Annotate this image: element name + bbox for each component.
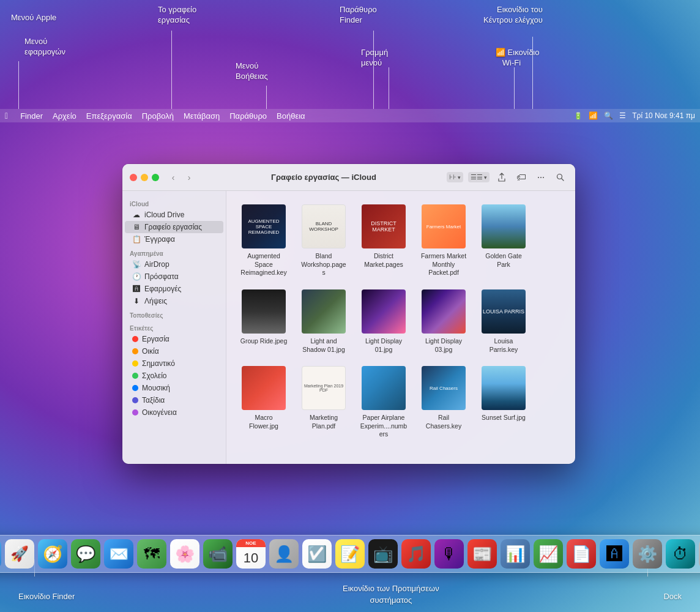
dock-photos[interactable]: 🌸	[170, 539, 199, 569]
dock-podcasts[interactable]: 🎙	[434, 539, 464, 569]
sidebar-section-tags: Ετικέτες	[122, 320, 226, 333]
apple-menu[interactable]: 	[5, 111, 8, 121]
tag-dot-music	[132, 385, 138, 391]
share-button[interactable]	[494, 170, 509, 185]
file-name-farmers: Farmers Market Monthly Packet.pdf	[420, 252, 467, 277]
file-item-light-display1[interactable]: Light Display 01.jpg	[356, 286, 411, 357]
maximize-button[interactable]	[152, 174, 159, 181]
dock-pages[interactable]: 📄	[567, 539, 596, 569]
file-thumb-sunset	[482, 366, 526, 410]
sidebar-item-airdrop[interactable]: 📡 AirDrop	[125, 258, 223, 271]
dock-tv[interactable]: 📺	[368, 539, 398, 569]
dock-appstore[interactable]: 🅰	[600, 539, 629, 569]
file-item-group[interactable]: Group Ride.jpeg	[236, 286, 291, 357]
view-toggle[interactable]: ⊦⊦▾	[447, 172, 463, 182]
dock-calendar[interactable]: ΝΟΕ 10	[236, 539, 266, 569]
dock-music[interactable]: 🎵	[401, 539, 431, 569]
file-thumb-paper	[362, 366, 406, 410]
edit-menu[interactable]: Επεξεργασία	[86, 111, 132, 121]
dock-notes[interactable]: 📝	[335, 539, 365, 569]
tag-dot-travel	[132, 397, 138, 403]
sidebar-tag-family[interactable]: Οικογένεια	[125, 406, 223, 419]
more-button[interactable]	[534, 170, 548, 185]
sidebar-tag-music[interactable]: Μουσική	[125, 382, 223, 394]
search-icon[interactable]: 🔍	[604, 111, 613, 120]
file-name-paper: Paper Airplane Experim....numbers	[360, 414, 408, 439]
file-item-sunset[interactable]: Sunset Surf.jpg	[476, 362, 531, 442]
file-name-macro: Macro Flower.jpg	[240, 414, 288, 430]
dock-launchpad[interactable]: 🚀	[5, 539, 34, 569]
sidebar-tag-home[interactable]: Οικία	[125, 345, 223, 357]
control-center-icon[interactable]: ☰	[619, 111, 626, 120]
sidebar-item-icloud-drive[interactable]: ☁ iCloud Drive	[125, 209, 223, 221]
minimize-button[interactable]	[141, 174, 148, 181]
file-thumb-light-display1	[362, 289, 406, 334]
file-item-golden[interactable]: Golden Gate Park	[476, 201, 531, 281]
sidebar-item-desktop[interactable]: 🖥 Γραφείο εργασίας	[125, 221, 223, 233]
file-item-farmers[interactable]: Farmers Market Farmers Market Monthly Pa…	[416, 201, 471, 281]
traffic-lights	[130, 174, 159, 181]
file-item-light-shadow[interactable]: Light and Shadow 01.jpg	[296, 286, 351, 357]
airdrop-icon: 📡	[132, 260, 141, 269]
sidebar-item-downloads[interactable]: ⬇ Λήψεις	[125, 295, 223, 307]
file-thumb-louisa: LOUISA PARRIS	[482, 289, 526, 334]
file-item-macro[interactable]: Macro Flower.jpg	[236, 362, 291, 442]
file-menu[interactable]: Αρχείο	[53, 111, 76, 121]
recents-icon: 🕐	[132, 272, 141, 281]
file-item-district[interactable]: DISTRICT MARKET District Market.pages	[356, 201, 411, 281]
dock-mail[interactable]: ✉️	[104, 539, 133, 569]
help-menu[interactable]: Βοήθεια	[277, 111, 305, 121]
view-menu[interactable]: Προβολή	[142, 111, 174, 121]
file-item-louisa[interactable]: LOUISA PARRIS Louisa Parris.key	[476, 286, 531, 357]
dock-keynote[interactable]: 📊	[501, 539, 530, 569]
desktop-icon: 🖥	[132, 223, 141, 231]
sidebar-tag-work[interactable]: Εργασία	[125, 333, 223, 345]
sidebar-tag-travel[interactable]: Ταξίδια	[125, 394, 223, 406]
sidebar-section-locations: Τοποθεσίες	[122, 307, 226, 320]
sidebar-tag-important[interactable]: Σημαντικό	[125, 357, 223, 370]
forward-button[interactable]: ›	[182, 171, 196, 184]
file-name-golden: Golden Gate Park	[480, 252, 527, 269]
sidebar-item-applications[interactable]: 🅰 Εφαρμογές	[125, 283, 223, 295]
search-button[interactable]	[553, 170, 568, 185]
dock-facetime[interactable]: 📹	[203, 539, 233, 569]
file-item-light-display3[interactable]: Light Display 03.jpg	[416, 286, 471, 357]
dock-messages[interactable]: 💬	[71, 539, 100, 569]
file-name-augmented: Augmented Space Reimagined.key	[240, 252, 288, 277]
finder-window: ‹ › Γραφείο εργασίας — iCloud ⊦⊦▾ ☰☰▾ 🏷	[122, 164, 575, 464]
view-options[interactable]: ☰☰▾	[468, 172, 490, 182]
dock-system-preferences[interactable]: ⚙️	[633, 539, 662, 569]
dock-numbers[interactable]: 📈	[534, 539, 563, 569]
back-button[interactable]: ‹	[166, 171, 180, 184]
finder-menu[interactable]: Finder	[20, 111, 43, 121]
file-thumb-group	[242, 289, 286, 334]
dock-safari[interactable]: 🧭	[38, 539, 67, 569]
tag-dot-work	[132, 336, 138, 342]
file-name-light-display3: Light Display 03.jpg	[420, 337, 467, 354]
sidebar-item-documents[interactable]: 📋 Έγγραφα	[125, 233, 223, 245]
sidebar-tag-school[interactable]: Σχολείο	[125, 370, 223, 382]
dock-news[interactable]: 📰	[467, 539, 497, 569]
file-thumb-augmented: AUGMENTED SPACE REIMAGINED	[242, 204, 286, 248]
dock-reminders[interactable]: ☑️	[302, 539, 332, 569]
file-item-marketing[interactable]: Marketing Plan 2019 PDF Marketing Plan.p…	[296, 362, 351, 442]
file-item-rail[interactable]: Rail Chasers Rail Chasers.key	[416, 362, 471, 442]
go-menu[interactable]: Μετάβαση	[184, 111, 220, 121]
dock-maps[interactable]: 🗺	[137, 539, 166, 569]
wifi-icon[interactable]: 📶	[589, 111, 598, 120]
sidebar-item-recents[interactable]: 🕐 Πρόσφατα	[125, 271, 223, 283]
dock-screen-time[interactable]: ⏱	[666, 539, 695, 569]
file-thumb-bland: BLAND WORKSHOP	[302, 204, 346, 248]
close-button[interactable]	[130, 174, 137, 181]
file-item-augmented[interactable]: AUGMENTED SPACE REIMAGINED Augmented Spa…	[236, 201, 291, 281]
file-thumb-light-shadow	[302, 289, 346, 334]
file-item-paper[interactable]: Paper Airplane Experim....numbers	[356, 362, 411, 442]
window-menu[interactable]: Παράθυρο	[229, 111, 267, 121]
file-name-marketing: Marketing Plan.pdf	[300, 414, 348, 430]
applications-icon: 🅰	[132, 285, 141, 293]
file-thumb-light-display3	[422, 289, 466, 334]
file-item-bland[interactable]: BLAND WORKSHOP Bland Workshop.pages	[296, 201, 351, 281]
tag-button[interactable]: 🏷	[514, 170, 529, 185]
dock-contacts[interactable]: 👤	[269, 539, 299, 569]
dock-finder[interactable]	[0, 539, 1, 569]
